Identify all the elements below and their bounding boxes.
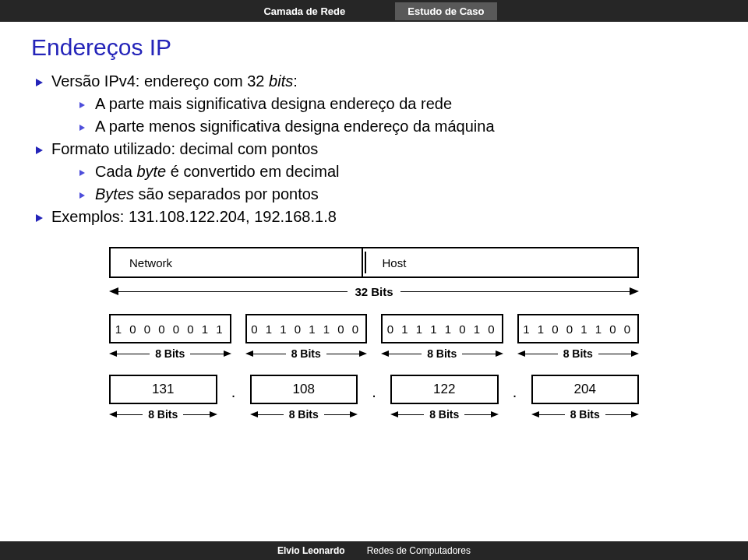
slide-content: Endereços IP Versão IPv4: endereço com 3… (0, 22, 748, 424)
text: é convertido em decimal (166, 163, 339, 180)
dec-box-2: 122 (390, 375, 499, 404)
text: Formato utilizado: decimal com pontos (51, 140, 318, 157)
bullet-formato: Formato utilizado: decimal com pontos Ca… (31, 138, 717, 206)
dim-8bits: 8 Bits (109, 343, 231, 364)
dim-8bits: 8 Bits (531, 404, 640, 424)
arrow-right-icon (631, 411, 639, 417)
page-title: Endereços IP (31, 34, 717, 61)
byte-dims-row1: 8 Bits 8 Bits 8 Bits 8 Bits (109, 343, 639, 364)
text-italic: Bytes (95, 185, 134, 203)
bullet-ipv4: Versão IPv4: endereço com 32 bits: A par… (31, 70, 717, 138)
dec-box-0: 131 (109, 375, 217, 404)
byte-dims-row2: 8 Bits 8 Bits 8 Bits 8 Bits (109, 404, 639, 424)
bullet-list: Versão IPv4: endereço com 32 bits: A par… (31, 70, 717, 228)
dim-label: 8 Bits (425, 347, 459, 360)
arrow-right-icon (210, 411, 217, 417)
ip-diagram: Network Host 32 Bits 1 0 0 0 0 0 1 1 0 1… (109, 247, 639, 424)
dim-8bits: 8 Bits (245, 343, 368, 364)
bullet-byte: Cada byte é convertido em decimal (75, 160, 717, 183)
bullet-separados: Bytes são separados por pontos (75, 183, 717, 206)
footer-author: Elvio Leonardo (277, 545, 345, 556)
byte-box-1: 0 1 1 0 1 1 0 0 (245, 314, 368, 343)
header-nav: Camada de Rede Estudo de Caso (0, 0, 748, 22)
text-italic: byte (136, 163, 166, 180)
dim-8bits: 8 Bits (109, 404, 217, 424)
dim-label: 8 Bits (568, 408, 602, 421)
text-italic: bits (269, 72, 293, 90)
arrow-right-icon (359, 350, 367, 357)
bullet-exemplos: Exemplos: 131.108.122.204, 192.168.1.8 (31, 206, 717, 228)
dim-8bits: 8 Bits (250, 404, 358, 424)
arrow-right-icon (491, 411, 499, 417)
dot: . (358, 375, 390, 404)
dec-box-1: 108 (250, 375, 358, 404)
byte-box-2: 0 1 1 1 1 0 1 0 (381, 314, 503, 343)
arrow-right-icon (224, 350, 231, 357)
dim-8bits: 8 Bits (390, 404, 499, 424)
footer-title: Redes de Computadores (367, 545, 471, 556)
dim-8bits: 8 Bits (381, 343, 503, 364)
text: Cada (95, 163, 136, 180)
dim-label: 8 Bits (427, 408, 461, 421)
arrow-right-icon (350, 411, 358, 417)
text: Versão IPv4: endereço com 32 (51, 72, 269, 90)
bullet-rede: A parte mais significativa designa ender… (75, 93, 717, 115)
arrow-right-icon (631, 350, 639, 357)
arrow-right-icon (630, 287, 639, 295)
dim-label: 8 Bits (561, 347, 595, 360)
arrow-right-icon (496, 350, 503, 357)
network-host-box: Network Host (109, 247, 639, 278)
dot: . (217, 375, 250, 404)
host-cell: Host (363, 248, 637, 276)
byte-box-3: 1 1 0 0 1 1 0 0 (517, 314, 640, 343)
dim-label: 8 Bits (287, 408, 321, 421)
decimal-row: 131 . 108 . 122 . 204 (109, 375, 639, 404)
nav-section-estudo: Estudo de Caso (395, 2, 496, 20)
binary-bytes-row: 1 0 0 0 0 0 1 1 0 1 1 0 1 1 0 0 0 1 1 1 … (109, 314, 639, 343)
bullet-maquina: A parte menos significativa designa ende… (75, 115, 717, 138)
nav-section-camada: Camada de Rede (251, 2, 358, 20)
dot: . (499, 375, 531, 404)
dim-label: 8 Bits (289, 347, 323, 360)
dim-32bits: 32 Bits (109, 280, 639, 303)
dec-box-3: 204 (531, 375, 640, 404)
byte-box-0: 1 0 0 0 0 0 1 1 (109, 314, 231, 343)
dim-label: 8 Bits (153, 347, 187, 360)
text: : (293, 72, 298, 90)
dim-label: 32 Bits (350, 285, 397, 298)
footer: Elvio Leonardo Redes de Computadores (0, 541, 748, 560)
dim-label: 8 Bits (146, 408, 180, 421)
text: são separados por pontos (134, 185, 319, 203)
network-cell: Network (111, 248, 363, 276)
dim-8bits: 8 Bits (517, 343, 640, 364)
